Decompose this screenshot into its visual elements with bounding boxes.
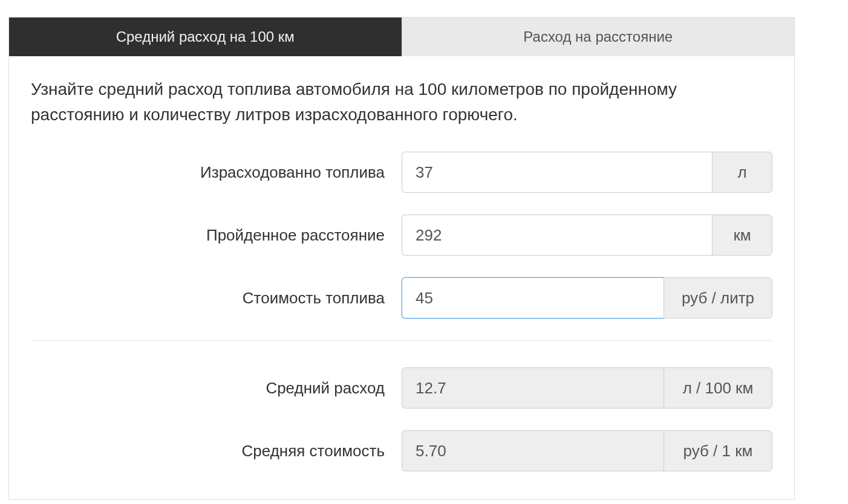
output-group-avg-cost: руб / 1 км <box>402 430 772 471</box>
input-group-fuel-cost: руб / литр <box>402 277 772 318</box>
output-avg-cost <box>402 430 664 471</box>
row-avg-consumption: Средний расход л / 100 км <box>31 367 772 409</box>
label-avg-consumption: Средний расход <box>31 379 402 398</box>
control-fuel-cost: руб / литр <box>402 277 772 318</box>
unit-avg-consumption: л / 100 км <box>664 367 772 409</box>
output-group-avg-consumption: л / 100 км <box>402 367 772 409</box>
input-group-fuel-spent: л <box>402 152 772 193</box>
separator <box>31 340 772 341</box>
row-avg-cost: Средняя стоимость руб / 1 км <box>31 430 772 471</box>
control-avg-consumption: л / 100 км <box>402 367 772 409</box>
label-fuel-cost: Стоимость топлива <box>31 289 402 308</box>
row-fuel-spent: Израсходованно топлива л <box>31 152 772 193</box>
calculator-panel: Средний расход на 100 км Расход на расст… <box>8 17 795 500</box>
output-avg-consumption <box>402 367 664 409</box>
tab-consumption-by-distance[interactable]: Расход на расстояние <box>402 18 795 56</box>
input-fuel-cost[interactable] <box>402 277 664 318</box>
label-fuel-spent: Израсходованно топлива <box>31 163 402 182</box>
unit-distance: км <box>712 215 772 256</box>
label-distance: Пройденное расстояние <box>31 226 402 245</box>
description-text: Узнайте средний расход топлива автомобил… <box>31 77 772 128</box>
label-avg-cost: Средняя стоимость <box>31 442 402 460</box>
control-distance: км <box>402 215 772 256</box>
tab-content: Узнайте средний расход топлива автомобил… <box>9 56 794 499</box>
tabs: Средний расход на 100 км Расход на расст… <box>9 18 794 56</box>
input-group-distance: км <box>402 215 772 256</box>
unit-avg-cost: руб / 1 км <box>664 430 772 471</box>
input-distance[interactable] <box>402 215 712 256</box>
control-fuel-spent: л <box>402 152 772 193</box>
unit-fuel-cost: руб / литр <box>664 277 772 318</box>
tab-avg-per-100km[interactable]: Средний расход на 100 км <box>9 18 402 56</box>
control-avg-cost: руб / 1 км <box>402 430 772 471</box>
row-fuel-cost: Стоимость топлива руб / литр <box>31 277 772 318</box>
unit-fuel-spent: л <box>712 152 772 193</box>
input-fuel-spent[interactable] <box>402 152 712 193</box>
row-distance: Пройденное расстояние км <box>31 215 772 256</box>
